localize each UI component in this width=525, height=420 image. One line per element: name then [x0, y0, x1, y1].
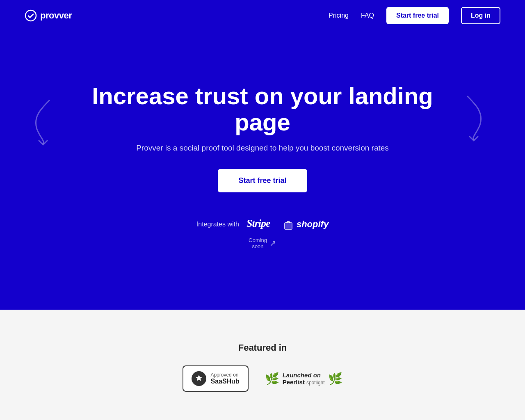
navbar: provver Pricing FAQ Start free trial Log… — [0, 0, 525, 31]
integrates-label: Integrates with — [196, 221, 239, 228]
coming-soon-text: Coming soon — [249, 237, 267, 249]
saashub-star-shield-icon — [194, 374, 203, 383]
hero-section: Increase trust on your landing page Prov… — [0, 31, 525, 310]
svg-rect-2 — [285, 223, 292, 229]
logo-icon — [25, 9, 37, 22]
peerlist-text-block: Launched on Peerlist spotlight — [283, 372, 325, 386]
nav-link-faq[interactable]: FAQ — [361, 12, 374, 19]
peerlist-right-wreath-icon: 🌿 — [328, 372, 342, 386]
integrations: Integrates with Stripe shopify Coming so… — [196, 217, 329, 249]
hero-subtitle: Provver is a social proof tool designed … — [136, 144, 389, 153]
shopify-bag-icon — [283, 219, 294, 230]
stripe-svg: Stripe — [247, 217, 275, 229]
shopify-logo: shopify — [283, 219, 329, 230]
svg-point-4 — [289, 222, 290, 223]
peerlist-badge: 🌿 Launched on Peerlist spotlight 🌿 — [265, 372, 342, 386]
svg-point-3 — [287, 222, 288, 223]
saashub-name-label: SaaSHub — [210, 378, 239, 385]
nav-links: Pricing FAQ Start free trial Log in — [329, 7, 500, 24]
saashub-icon — [192, 371, 206, 386]
peerlist-launched-label: Launched on — [283, 372, 325, 379]
stripe-logo: Stripe — [247, 217, 275, 232]
saashub-text-block: Approved on SaaSHub — [210, 372, 239, 385]
deco-arrow-left-icon — [25, 96, 57, 146]
coming-soon: Coming soon ↗ — [249, 237, 276, 249]
peerlist-spotlight-label: spotlight — [306, 380, 325, 386]
nav-trial-button[interactable]: Start free trial — [386, 7, 449, 24]
hero-trial-button[interactable]: Start free trial — [218, 169, 307, 192]
hero-title: Increase trust on your landing page — [78, 83, 447, 135]
integrations-row: Integrates with Stripe shopify — [196, 217, 329, 232]
peerlist-name-label: Peerlist — [283, 379, 305, 386]
saashub-badge: Approved on SaaSHub — [183, 365, 248, 392]
deco-arrow-right-icon — [459, 92, 492, 142]
saashub-approved-label: Approved on — [210, 372, 239, 378]
svg-point-0 — [25, 10, 36, 21]
coming-soon-arrow-icon: ↗ — [269, 238, 276, 248]
featured-logos: Approved on SaaSHub 🌿 Launched on Peerli… — [183, 365, 342, 392]
featured-section: Featured in Approved on SaaSHub 🌿 Launch… — [0, 310, 525, 420]
logo-text: provver — [40, 10, 72, 21]
logo: provver — [25, 9, 72, 22]
nav-login-button[interactable]: Log in — [461, 7, 500, 24]
nav-link-pricing[interactable]: Pricing — [329, 12, 349, 19]
svg-text:Stripe: Stripe — [247, 217, 270, 229]
shopify-text: shopify — [297, 219, 329, 230]
featured-title: Featured in — [238, 342, 287, 353]
peerlist-left-wreath-icon: 🌿 — [265, 372, 279, 386]
